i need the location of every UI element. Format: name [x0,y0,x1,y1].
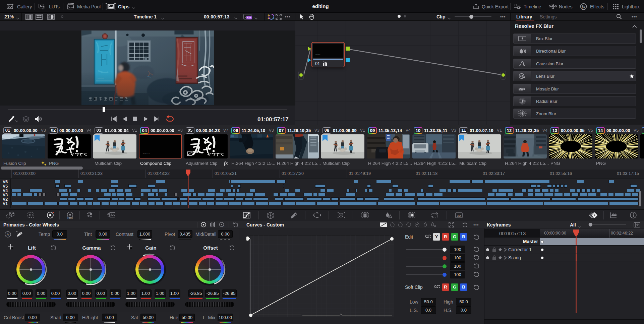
svg-text:fx: fx [582,4,585,9]
svg-text:3D: 3D [457,214,461,217]
svg-text:LOG: LOG [223,225,225,228]
svg-text:A 1 B 4 D 8: A 1 B 4 D 8 [143,152,150,154]
svg-text:A: A [7,233,9,237]
svg-text:HDR: HDR [67,216,73,219]
